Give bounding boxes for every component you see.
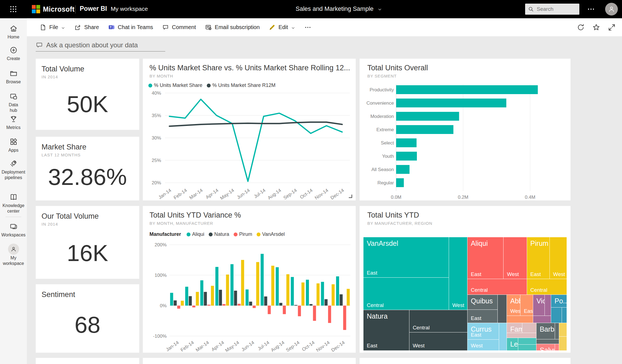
- treemap-tile-block[interactable]: [562, 308, 567, 323]
- sidebar-item-my-workspace[interactable]: Myworkspace: [0, 244, 27, 266]
- col-Aliqui-Dec-14[interactable]: [336, 276, 339, 306]
- more-options-icon[interactable]: [587, 5, 595, 13]
- sidebar-item-knowledge-center[interactable]: Knowledgecenter: [0, 193, 27, 214]
- series-% Units Market Share[interactable]: [169, 99, 342, 181]
- toolbar-edit-button[interactable]: Edit: [265, 22, 298, 33]
- treemap-tile-east[interactable]: East: [520, 295, 533, 316]
- kpi-card-market-share[interactable]: Market Share LAST 12 MONTHS 32.86%: [36, 137, 139, 200]
- col-Aliqui-Oct-14[interactable]: [306, 280, 309, 306]
- col-Aliqui-Jun-14[interactable]: [246, 290, 249, 306]
- treemap-tile-central[interactable]: Central: [527, 279, 567, 295]
- workspace-name[interactable]: My workspace: [111, 6, 148, 12]
- sidebar-item-workspaces[interactable]: Workspaces: [0, 222, 27, 238]
- col-Natura-Jan-14[interactable]: [174, 300, 177, 306]
- series-% Units Market Share R12M[interactable]: [169, 122, 342, 126]
- kpi-card-sentiment[interactable]: Sentiment 68: [36, 284, 139, 353]
- toolbar-comment-button[interactable]: Comment: [159, 22, 199, 33]
- bar-All Season[interactable]: [396, 165, 409, 174]
- col-VanArsdel-Jun-14[interactable]: [256, 262, 259, 306]
- col-Aliqui-Mar-14[interactable]: [200, 280, 203, 306]
- account-avatar[interactable]: [605, 3, 618, 16]
- col-Pirum-Nov-14[interactable]: [328, 306, 331, 323]
- bar-Productivity[interactable]: [396, 85, 538, 94]
- column-chart-tile[interactable]: Total Units YTD Variance % BY MONTH, MAN…: [143, 206, 356, 353]
- toolbar-more-button[interactable]: [301, 22, 315, 33]
- treemap-tile-west[interactable]: West: [504, 237, 527, 279]
- treemap-tile-west[interactable]: West: [550, 237, 567, 279]
- treemap-tile-west[interactable]: West: [468, 340, 499, 350]
- treemap-tile-east[interactable]: East: [468, 310, 498, 323]
- treemap-tile-salvus[interactable]: Salvus: [536, 344, 555, 350]
- bar-Convenience[interactable]: [396, 99, 506, 107]
- qna-input[interactable]: Ask a question about your data: [36, 39, 165, 51]
- treemap-tile-block[interactable]: [518, 338, 536, 345]
- col-VanArsdel-May-14[interactable]: [241, 260, 244, 306]
- col-VanArsdel-Feb-14[interactable]: [196, 292, 199, 306]
- treemap-tile-block[interactable]: [499, 323, 507, 350]
- col-VanArsdel-Aug-14[interactable]: [286, 274, 289, 306]
- toolbar-email-subscription-button[interactable]: Email subscription: [202, 22, 263, 33]
- global-search[interactable]: [525, 4, 579, 15]
- col-Aliqui-Jan-14[interactable]: [170, 293, 173, 306]
- col-Aliqui-Sep-14[interactable]: [291, 277, 294, 306]
- col-Pirum-May-14[interactable]: [238, 304, 241, 306]
- sidebar-item-home[interactable]: Home: [0, 24, 27, 40]
- treemap-tile-west[interactable]: West: [449, 237, 468, 310]
- col-Natura-Jun-14[interactable]: [249, 302, 252, 306]
- treemap-tile-block[interactable]: [559, 337, 567, 350]
- resize-handle-icon[interactable]: [349, 194, 352, 198]
- microsoft-logo[interactable]: Microsoft: [32, 5, 74, 13]
- toolbar-chat-in-teams-button[interactable]: TChat in Teams: [105, 22, 156, 33]
- bar-Moderation[interactable]: [396, 112, 459, 121]
- col-VanArsdel-Jan-14[interactable]: [181, 301, 184, 306]
- col-Pirum-Dec-14[interactable]: [343, 306, 346, 330]
- treemap-tile-block[interactable]: [559, 323, 567, 337]
- treemap-tile-block[interactable]: [522, 323, 536, 333]
- partial-card[interactable]: [36, 358, 139, 364]
- treemap-tile-quibus[interactable]: Quibus: [468, 295, 498, 310]
- treemap-tile-block[interactable]: [551, 308, 562, 323]
- treemap-tile-block[interactable]: [555, 323, 559, 339]
- favorite-icon[interactable]: [592, 23, 600, 32]
- col-Aliqui-Aug-14[interactable]: [276, 267, 279, 306]
- col-Aliqui-May-14[interactable]: [231, 264, 234, 306]
- treemap-tile-block[interactable]: [498, 295, 507, 323]
- col-Natura-Apr-14[interactable]: [219, 290, 222, 306]
- col-VanArsdel-Nov-14[interactable]: [332, 284, 335, 306]
- col-Natura-Aug-14[interactable]: [279, 303, 282, 306]
- treemap-tile-block[interactable]: [555, 344, 559, 350]
- dashboard-title-dropdown[interactable]: Sales and Marketing Sample: [296, 5, 382, 12]
- sidebar-item-create[interactable]: Create: [0, 46, 27, 61]
- refresh-icon[interactable]: [577, 23, 585, 32]
- treemap-tile-block[interactable]: [533, 316, 551, 323]
- col-Natura-May-14[interactable]: [234, 291, 237, 306]
- toolbar-share-button[interactable]: Share: [71, 22, 102, 33]
- search-input[interactable]: [536, 6, 573, 12]
- col-VanArsdel-Oct-14[interactable]: [316, 283, 319, 306]
- col-Natura-Jul-14[interactable]: [264, 296, 267, 306]
- app-launcher-icon[interactable]: [9, 5, 17, 13]
- treemap-tile-central[interactable]: Central: [468, 279, 527, 295]
- partial-card[interactable]: [360, 358, 571, 364]
- col-VanArsdel-Jul-14[interactable]: [271, 266, 274, 306]
- fullscreen-icon[interactable]: [608, 23, 616, 32]
- treemap-tile-block[interactable]: [518, 345, 536, 350]
- col-Natura-Nov-14[interactable]: [324, 299, 327, 306]
- treemap-tile-po[interactable]: Po...: [551, 295, 567, 308]
- col-Pirum-Mar-14[interactable]: [207, 305, 210, 306]
- sidebar-item-browse[interactable]: Browse: [0, 69, 27, 85]
- partial-card[interactable]: [143, 358, 356, 364]
- col-Pirum-Feb-14[interactable]: [192, 306, 195, 308]
- treemap-tile-west[interactable]: West: [409, 332, 468, 350]
- sidebar-item-metrics[interactable]: Metrics: [0, 115, 27, 130]
- treemap-tile-block[interactable]: [545, 295, 551, 316]
- bar-Regular[interactable]: [396, 178, 404, 187]
- treemap-tile-block[interactable]: [507, 333, 536, 338]
- col-Pirum-Sep-14[interactable]: [298, 306, 301, 316]
- col-Pirum-Jan-14[interactable]: [177, 306, 180, 309]
- bar-Select[interactable]: [396, 138, 417, 147]
- col-VanArsdel-Sep-14[interactable]: [301, 282, 304, 306]
- treemap-tile-leo[interactable]: Leo: [507, 338, 518, 350]
- col-Natura-Feb-14[interactable]: [189, 296, 192, 306]
- product-name[interactable]: Power BI: [80, 5, 107, 12]
